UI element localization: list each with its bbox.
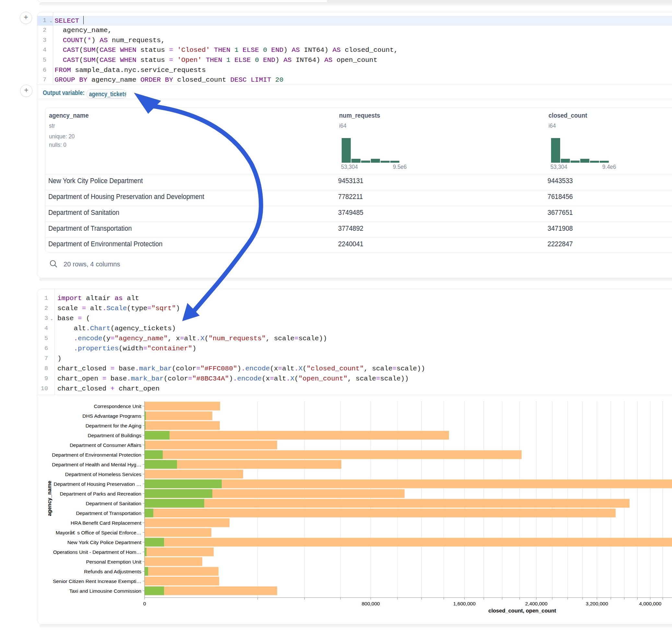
svg-text:DHS Advantage Programs: DHS Advantage Programs [82,413,141,419]
svg-text:HRA Benefit Card Replacement: HRA Benefit Card Replacement [71,520,142,526]
svg-text:Taxi and Limousine Commission: Taxi and Limousine Commission [69,588,141,594]
svg-text:Correspondence Unit: Correspondence Unit [94,404,142,409]
svg-text:2,400,000: 2,400,000 [525,601,548,606]
svg-text:4,000,000: 4,000,000 [639,601,662,606]
svg-text:Department of Homeless Service: Department of Homeless Services [65,471,141,477]
svg-text:Department of Health and Menta: Department of Health and Mental Hyg… [52,462,141,467]
svg-text:Department of Transportation: Department of Transportation [76,510,141,516]
svg-text:Department of Housing Preserva: Department of Housing Preservation … [53,481,141,487]
svg-text:Department of Sanitation: Department of Sanitation [86,501,141,506]
svg-text:closed_count, open_count: closed_count, open_count [488,608,556,613]
svg-text:Department of Consumer Affairs: Department of Consumer Affairs [70,442,141,448]
svg-text:agency_name: agency_name [46,481,52,516]
svg-text:0: 0 [143,601,146,606]
svg-text:Department for the Aging: Department for the Aging [86,423,141,429]
svg-text:Mayorâ€ s Office of Special E: Mayorâ€ s Office of Special Enforce… [56,530,141,535]
svg-text:3,200,000: 3,200,000 [586,601,608,606]
svg-text:1,600,000: 1,600,000 [453,601,476,606]
svg-text:Senior Citizen Rent Increase E: Senior Citizen Rent Increase Exempti… [53,579,141,584]
svg-text:Department of Environmental Pr: Department of Environmental Protection [52,452,141,458]
svg-text:800,000: 800,000 [362,601,380,606]
svg-text:Department of Buildings: Department of Buildings [88,433,142,438]
svg-text:Refunds and Adjustments: Refunds and Adjustments [84,569,141,574]
svg-text:New York City Police Departmen: New York City Police Department [67,539,142,545]
svg-text:Operations Unit - Department o: Operations Unit - Department of Hom… [53,549,141,555]
svg-text:Personal Exemption Unit: Personal Exemption Unit [86,559,141,564]
svg-text:Department of Parks and Recrea: Department of Parks and Recreation [59,491,141,496]
